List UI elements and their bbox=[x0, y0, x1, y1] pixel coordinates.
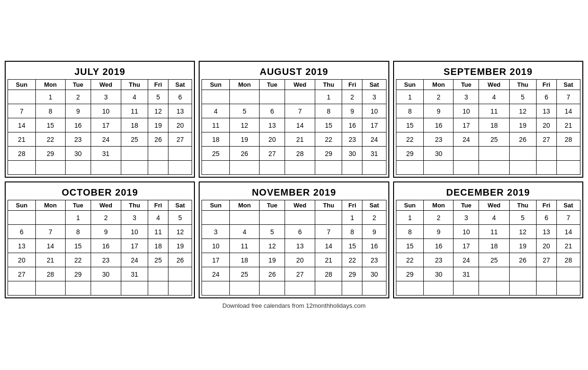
day-header: Wed bbox=[479, 200, 509, 211]
day-header: Sat bbox=[556, 200, 580, 211]
day-cell: 8 bbox=[315, 104, 342, 118]
day-header: Sat bbox=[362, 80, 386, 90]
day-cell bbox=[479, 161, 509, 175]
day-header: Thu bbox=[121, 200, 148, 211]
day-cell: 20 bbox=[8, 253, 36, 267]
day-header: Tue bbox=[65, 200, 91, 211]
day-cell: 30 bbox=[342, 147, 362, 161]
day-cell: 5 bbox=[509, 211, 536, 225]
day-cell bbox=[65, 281, 91, 296]
day-cell bbox=[424, 161, 454, 175]
day-cell: 26 bbox=[260, 267, 285, 281]
day-cell: 22 bbox=[396, 132, 424, 147]
day-cell: 16 bbox=[424, 239, 454, 253]
table-row bbox=[202, 281, 386, 296]
day-cell: 14 bbox=[8, 118, 36, 132]
day-cell: 2 bbox=[424, 90, 454, 104]
day-cell: 22 bbox=[35, 132, 65, 147]
day-cell: 28 bbox=[315, 267, 342, 281]
day-cell: 2 bbox=[65, 90, 91, 104]
day-cell bbox=[65, 161, 91, 175]
day-cell: 24 bbox=[454, 253, 479, 267]
day-header: Fri bbox=[148, 200, 168, 211]
day-cell: 13 bbox=[260, 118, 285, 132]
day-header: Thu bbox=[509, 200, 536, 211]
day-cell bbox=[396, 161, 424, 175]
day-cell: 1 bbox=[65, 211, 91, 225]
day-header: Mon bbox=[424, 80, 454, 90]
day-cell bbox=[285, 161, 315, 175]
day-cell: 7 bbox=[8, 104, 36, 118]
day-header: Fri bbox=[148, 80, 168, 90]
month-block: OCTOBER 2019SunMonTueWedThuFriSat1234567… bbox=[5, 181, 195, 298]
day-cell: 2 bbox=[91, 211, 121, 225]
table-row: 22232425262728 bbox=[396, 253, 580, 267]
day-cell: 20 bbox=[536, 239, 556, 253]
table-row: 891011121314 bbox=[396, 225, 580, 239]
day-cell: 8 bbox=[65, 225, 91, 239]
month-table: SunMonTueWedThuFriSat1234567891011121314… bbox=[8, 79, 192, 175]
day-cell bbox=[556, 267, 580, 281]
month-block: NOVEMBER 2019SunMonTueWedThuFriSat123456… bbox=[199, 181, 389, 298]
day-header: Thu bbox=[315, 80, 342, 90]
day-cell bbox=[202, 211, 230, 225]
month-table: SunMonTueWedThuFriSat1234567891011121314… bbox=[396, 79, 580, 175]
day-cell bbox=[8, 161, 36, 175]
table-row: 2930 bbox=[396, 147, 580, 161]
day-header: Sun bbox=[8, 80, 36, 90]
day-cell: 22 bbox=[65, 253, 91, 267]
day-cell: 1 bbox=[342, 211, 362, 225]
month-title: NOVEMBER 2019 bbox=[202, 184, 386, 200]
day-cell: 3 bbox=[454, 90, 479, 104]
day-cell bbox=[148, 281, 168, 296]
day-cell bbox=[260, 161, 285, 175]
day-cell: 23 bbox=[342, 132, 362, 147]
day-header: Sun bbox=[202, 80, 230, 90]
day-cell bbox=[260, 90, 285, 104]
table-row: 12 bbox=[202, 211, 386, 225]
table-row bbox=[396, 281, 580, 296]
day-cell: 23 bbox=[424, 253, 454, 267]
month-block: SEPTEMBER 2019SunMonTueWedThuFriSat12345… bbox=[393, 61, 583, 178]
day-header: Sat bbox=[556, 80, 580, 90]
day-cell: 15 bbox=[396, 239, 424, 253]
table-row: 20212223242526 bbox=[8, 253, 192, 267]
day-cell: 27 bbox=[285, 267, 315, 281]
day-cell: 8 bbox=[396, 104, 424, 118]
calendar-grid: JULY 2019SunMonTueWedThuFriSat1234567891… bbox=[5, 61, 583, 298]
day-cell: 5 bbox=[260, 225, 285, 239]
day-cell: 25 bbox=[230, 267, 260, 281]
day-cell bbox=[121, 281, 148, 296]
day-cell: 12 bbox=[260, 239, 285, 253]
day-cell: 19 bbox=[260, 253, 285, 267]
day-cell: 11 bbox=[121, 104, 148, 118]
day-cell bbox=[8, 281, 36, 296]
day-cell: 23 bbox=[424, 132, 454, 147]
day-cell: 31 bbox=[121, 267, 148, 281]
day-cell: 17 bbox=[454, 118, 479, 132]
day-cell: 29 bbox=[342, 267, 362, 281]
day-cell: 25 bbox=[148, 253, 168, 267]
day-cell: 23 bbox=[362, 253, 386, 267]
day-cell bbox=[479, 267, 509, 281]
day-cell bbox=[509, 161, 536, 175]
day-cell: 28 bbox=[8, 147, 36, 161]
day-cell bbox=[202, 161, 230, 175]
day-cell bbox=[148, 147, 168, 161]
day-cell: 21 bbox=[8, 132, 36, 147]
day-cell: 6 bbox=[536, 90, 556, 104]
day-header: Tue bbox=[454, 80, 479, 90]
day-cell bbox=[202, 90, 230, 104]
table-row bbox=[8, 281, 192, 296]
month-title: AUGUST 2019 bbox=[202, 64, 386, 79]
day-cell: 30 bbox=[362, 267, 386, 281]
day-cell: 1 bbox=[315, 90, 342, 104]
day-header: Mon bbox=[230, 200, 260, 211]
day-cell bbox=[168, 161, 192, 175]
table-row: 891011121314 bbox=[396, 104, 580, 118]
day-cell bbox=[35, 281, 65, 296]
day-cell: 24 bbox=[121, 253, 148, 267]
day-cell: 1 bbox=[396, 90, 424, 104]
day-cell: 4 bbox=[479, 90, 509, 104]
table-row: 24252627282930 bbox=[202, 267, 386, 281]
